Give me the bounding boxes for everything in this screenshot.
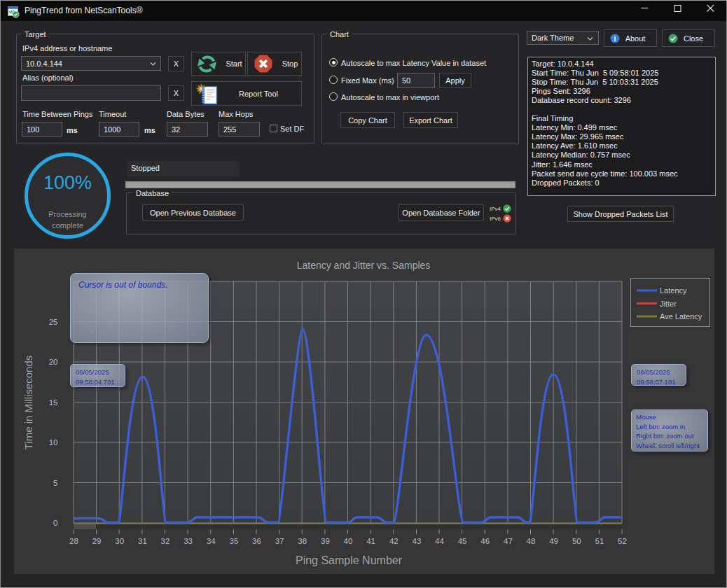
svg-text:40: 40	[344, 537, 353, 545]
svg-text:39: 39	[321, 537, 330, 545]
svg-text:28: 28	[69, 537, 78, 545]
svg-text:29: 29	[92, 537, 102, 545]
svg-text:50: 50	[572, 537, 581, 545]
svg-text:30: 30	[115, 537, 124, 545]
svg-text:37: 37	[275, 537, 284, 545]
svg-text:Time in Milliseconds: Time in Milliseconds	[22, 356, 34, 449]
svg-text:46: 46	[480, 537, 490, 545]
svg-text:0: 0	[53, 519, 57, 527]
svg-text:43: 43	[413, 537, 422, 545]
svg-text:Latency: Latency	[660, 286, 687, 295]
svg-text:48: 48	[527, 537, 536, 545]
svg-text:20: 20	[49, 358, 58, 366]
svg-text:Jitter: Jitter	[660, 300, 677, 308]
svg-text:45: 45	[458, 537, 467, 545]
svg-text:32: 32	[161, 537, 170, 545]
svg-text:51: 51	[595, 537, 604, 545]
svg-text:49: 49	[549, 537, 558, 545]
svg-text:25: 25	[49, 318, 58, 326]
svg-text:15: 15	[49, 398, 58, 407]
svg-text:31: 31	[138, 537, 147, 545]
svg-text:5: 5	[53, 479, 57, 487]
svg-text:41: 41	[366, 537, 375, 545]
svg-text:38: 38	[298, 537, 307, 545]
svg-text:Latency and Jitter vs. Samples: Latency and Jitter vs. Samples	[297, 260, 431, 271]
svg-text:10: 10	[49, 438, 58, 447]
svg-text:42: 42	[389, 537, 399, 545]
svg-text:35: 35	[230, 537, 239, 545]
svg-text:Ave Latency: Ave Latency	[660, 312, 702, 321]
svg-text:Ping Sample Number: Ping Sample Number	[296, 554, 403, 566]
svg-text:52: 52	[618, 537, 627, 545]
svg-text:i: i	[614, 35, 616, 43]
svg-text:47: 47	[504, 537, 513, 545]
svg-text:33: 33	[184, 537, 193, 545]
svg-text:44: 44	[435, 537, 444, 545]
svg-text:36: 36	[252, 537, 261, 545]
svg-text:34: 34	[207, 537, 216, 545]
